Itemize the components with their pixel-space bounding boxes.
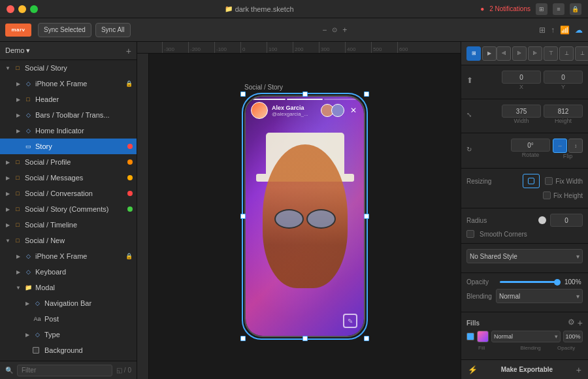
chevron-right-icon: ▶	[4, 205, 12, 213]
lock-icon: 🔒	[125, 253, 133, 259]
progress-bar-1	[250, 99, 286, 100]
group-icon: □	[13, 189, 22, 198]
inspector-icon[interactable]: ⊞	[466, 46, 481, 61]
blending-select[interactable]: Normal ▾	[496, 289, 583, 303]
layer-item-header[interactable]: ▶ □ Header	[0, 91, 137, 107]
layer-item-type[interactable]: ▶ ◇ Type	[0, 327, 137, 342]
group-icon: □	[24, 95, 33, 104]
chevron-right-icon	[24, 346, 31, 354]
fill-opacity-value[interactable]: 100%	[563, 331, 583, 342]
layer-item-social-story[interactable]: ▼ □ Social / Story	[0, 60, 137, 76]
sync-selected-button[interactable]: Sync Selected	[38, 23, 91, 37]
phone-mockup[interactable]: Alex Garcia @alexgarcia_... ✕	[244, 95, 365, 337]
opacity-row: Opacity 100%	[466, 278, 583, 286]
canvas-area[interactable]: -300 -200 -100 0 100 200 300 400 500 600…	[137, 42, 461, 379]
radius-input[interactable]	[550, 214, 583, 227]
chevron-right-icon: ▶	[24, 299, 31, 307]
layer-item-post[interactable]: Aa Post	[0, 311, 137, 327]
layer-item-social-new[interactable]: ▼ □ Social / New	[0, 233, 137, 248]
radius-section: Radius Smooth Corners	[461, 208, 588, 244]
chevron-right-icon: ▶	[4, 158, 12, 166]
layer-item-social-messages[interactable]: ▶ □ Social / Messages	[0, 170, 137, 186]
layers-icon[interactable]: ≡	[553, 3, 564, 15]
position-section: ⬆ X Y	[461, 65, 588, 99]
alignment-icons: ⫷ ⫸ ⫸ ⊤ ⊥ ⊥	[497, 46, 588, 61]
story-close-icon[interactable]: ✕	[348, 105, 359, 116]
layer-item-story[interactable]: ▭ Story	[0, 139, 137, 154]
filter-input[interactable]	[17, 365, 112, 376]
chevron-right-icon: ▶	[14, 80, 22, 88]
size-section: ⤡ Width Height	[461, 99, 588, 133]
layer-item-modal[interactable]: ▼ 📁 Modal	[0, 280, 137, 295]
layer-item-social-profile[interactable]: ▶ □ Social / Profile	[0, 154, 137, 170]
opacity-label: Opacity	[466, 278, 496, 286]
layer-item-keyboard[interactable]: ▶ ◇ Keyboard	[0, 264, 137, 280]
flip-v-icon[interactable]: ↕	[568, 139, 583, 153]
grid-icon[interactable]: ⊞	[536, 3, 547, 15]
layer-item-background[interactable]: Background	[0, 342, 137, 358]
canvas-content: Social / Story	[149, 54, 461, 379]
chevron-right-icon	[24, 315, 31, 323]
story-viewer-avatars	[321, 104, 344, 117]
smooth-corners-checkbox[interactable]: Smooth Corners	[466, 230, 583, 238]
align-bottom-icon[interactable]: ⊥	[575, 46, 588, 61]
cloud-icon[interactable]: ☁	[575, 25, 583, 35]
align-center-h-icon[interactable]: ⫸	[512, 46, 527, 61]
opacity-thumb[interactable]	[554, 279, 561, 286]
layer-item-navigation-bar[interactable]: ▶ ◇ Navigation Bar	[0, 295, 137, 311]
layer-item-social-conversation[interactable]: ▶ □ Social / Conversation	[0, 186, 137, 201]
position-inputs: X Y	[502, 71, 583, 90]
flip-h-icon[interactable]: ↔	[553, 139, 567, 153]
share-icon[interactable]: ↑	[551, 25, 555, 35]
handle-bottom-right[interactable]	[364, 336, 369, 341]
zoom-out-icon[interactable]: −	[322, 25, 327, 35]
handle-bottom-left[interactable]	[240, 336, 246, 341]
fill-blending-select[interactable]: Normal ▾	[491, 331, 561, 342]
align-right-icon[interactable]: ⫸	[528, 46, 542, 61]
layer-item-social-timeline[interactable]: ▶ □ Social / Timeline	[0, 217, 137, 233]
align-center-v-icon[interactable]: ⊥	[559, 46, 574, 61]
symbol-icon: ◇	[33, 330, 42, 339]
align-top-icon[interactable]: ⊤	[544, 46, 558, 61]
preview-icon[interactable]: ▶	[482, 46, 497, 61]
width-input[interactable]	[502, 105, 541, 118]
zoom-in-icon[interactable]: +	[342, 25, 347, 35]
fill-color-swatch[interactable]	[477, 331, 489, 342]
status-dot	[127, 191, 133, 196]
shared-style-select[interactable]: No Shared Style ▾	[466, 249, 583, 263]
sync-all-button[interactable]: Sync All	[95, 23, 131, 37]
layer-item-iphone-frame-1[interactable]: ▶ ◇ iPhone X Frame 🔒	[0, 76, 137, 91]
exportable-add-icon[interactable]: +	[576, 365, 581, 375]
fills-settings-icon[interactable]: ⚙	[568, 318, 575, 328]
ruler-vertical	[137, 54, 149, 379]
layer-item-social-story-comments[interactable]: ▶ □ Social / Story (Comments)	[0, 201, 137, 217]
right-lens	[306, 209, 336, 229]
layer-count-icon: ◱ / 0	[116, 367, 131, 374]
story-progress-bars	[250, 99, 360, 100]
height-input[interactable]	[544, 105, 583, 118]
opacity-slider[interactable]	[500, 281, 561, 283]
fills-add-icon[interactable]: +	[578, 318, 583, 328]
align-left-icon[interactable]: ⫷	[497, 46, 511, 61]
position-y-input[interactable]	[544, 71, 583, 84]
layer-item-bars-toolbar[interactable]: ▶ ◇ Bars / Toolbar / Trans...	[0, 107, 137, 123]
edit-icon[interactable]: ✎	[343, 314, 357, 328]
close-button[interactable]	[7, 5, 14, 13]
grid-view-icon[interactable]: ⊞	[539, 25, 546, 35]
handle-top-left[interactable]	[240, 91, 246, 97]
fix-height-checkbox[interactable]: Fix Height	[543, 191, 583, 199]
position-x-input[interactable]	[502, 71, 541, 84]
canvas-controls: − ⊙ +	[135, 25, 535, 35]
zoom-fit-icon[interactable]: ⊙	[332, 26, 337, 33]
layer-item-iphone-frame-2[interactable]: ▶ ◇ iPhone X Frame 🔒	[0, 248, 137, 264]
minimize-button[interactable]	[18, 5, 26, 13]
add-page-icon[interactable]: +	[126, 46, 131, 56]
layer-item-home-indicator[interactable]: ▶ ◇ Home Indicator	[0, 123, 137, 139]
rotate-input[interactable]	[511, 139, 550, 152]
chevron-right-icon: ▶	[24, 331, 31, 338]
fix-width-checkbox[interactable]: Fix Width	[545, 177, 583, 185]
fill-enabled-checkbox[interactable]	[466, 333, 474, 340]
handle-top-right[interactable]	[364, 91, 369, 97]
rect-fill-icon	[33, 347, 39, 354]
maximize-button[interactable]	[30, 5, 38, 13]
